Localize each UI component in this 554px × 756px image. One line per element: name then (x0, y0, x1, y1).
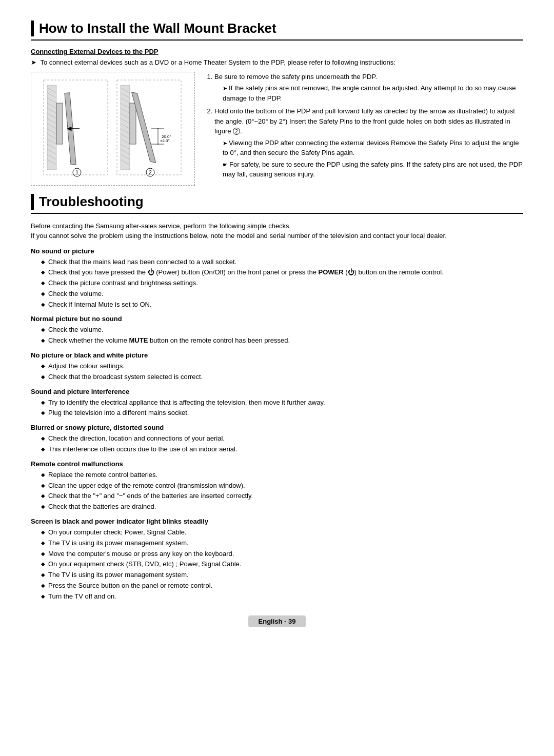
wall-mount-section: How to Install the Wall Mount Bracket Co… (31, 21, 523, 186)
troubleshooting-divider (31, 213, 523, 214)
trouble-sound-picture-interference: Sound and picture interference Try to id… (31, 388, 523, 419)
list-item: Check whether the volume MUTE button on … (41, 335, 523, 346)
list-item: The TV is using its power management sys… (41, 570, 523, 581)
normal-picture-no-sound-list: Check the volume. Check whether the volu… (31, 325, 523, 346)
step-2-note1: Viewing the PDP after connecting the ext… (214, 138, 523, 158)
list-item: Check that the mains lead has been conne… (41, 257, 523, 268)
sound-picture-interference-list: Try to identify the electrical appliance… (31, 397, 523, 419)
svg-text:±2.0°: ±2.0° (160, 138, 170, 143)
list-item: Try to identify the electrical appliance… (41, 397, 523, 408)
trouble-blurred-picture: Blurred or snowy picture, distorted soun… (31, 424, 523, 455)
list-item: Clean the upper edge of the remote contr… (41, 481, 523, 491)
list-item: Replace the remote control batteries. (41, 470, 523, 481)
screen-black-list: On your computer check; Power, Signal Ca… (31, 527, 523, 602)
trouble-title-sound-picture-interference: Sound and picture interference (31, 388, 523, 395)
list-item: Check that the broadcast system selected… (41, 372, 523, 383)
step-1: Be sure to remove the safety pins undern… (214, 72, 523, 104)
trouble-title-blurred-picture: Blurred or snowy picture, distorted soun… (31, 424, 523, 431)
trouble-title-screen-black: Screen is black and power indicator ligh… (31, 518, 523, 525)
trouble-no-picture-bw: No picture or black and white picture Ad… (31, 351, 523, 383)
list-item: On your equipment check (STB, DVD, etc) … (41, 559, 523, 570)
list-item: Check if Internal Mute is set to ON. (41, 300, 523, 310)
remote-control-list: Replace the remote control batteries. Cl… (31, 470, 523, 512)
wall-mount-title: How to Install the Wall Mount Bracket (31, 21, 523, 36)
diagram-svg: 1 (41, 77, 185, 180)
list-item: The TV is using its power management sys… (41, 538, 523, 549)
list-item: Turn the TV off and on. (41, 591, 523, 602)
step-2: Hold onto the bottom of the PDP and pull… (214, 106, 523, 180)
list-item: Check the picture contrast and brightnes… (41, 278, 523, 289)
list-item: Move the computer's mouse or press any k… (41, 549, 523, 560)
svg-text:2: 2 (149, 170, 152, 175)
troubleshooting-section: Troubleshooting Before contacting the Sa… (31, 194, 523, 602)
trouble-title-normal-picture-no-sound: Normal picture but no sound (31, 315, 523, 323)
blurred-picture-list: Check the direction, location and connec… (31, 433, 523, 455)
connecting-subsection-title: Connecting External Devices to the PDP (31, 48, 523, 55)
diagram-illustration: 1 (41, 77, 185, 180)
list-item: Check the direction, location and connec… (41, 433, 523, 444)
list-item: Check that the "+" and "−" ends of the b… (41, 491, 523, 502)
trouble-no-sound-picture: No sound or picture Check that the mains… (31, 247, 523, 310)
trouble-title-remote-control: Remote control malfunctions (31, 460, 523, 468)
list-item: Adjust the colour settings. (41, 361, 523, 372)
list-item: This interference often occurs due to th… (41, 444, 523, 455)
trouble-title-no-sound-picture: No sound or picture (31, 247, 523, 255)
svg-text:1: 1 (75, 170, 78, 175)
page-number-badge: English - 39 (248, 615, 306, 627)
list-item: Check that the batteries are drained. (41, 502, 523, 512)
trouble-normal-picture-no-sound: Normal picture but no sound Check the vo… (31, 315, 523, 346)
list-item: Check the volume. (41, 289, 523, 300)
no-picture-bw-list: Adjust the colour settings. Check that t… (31, 361, 523, 383)
svg-rect-39 (130, 103, 136, 144)
trouble-screen-black: Screen is black and power indicator ligh… (31, 518, 523, 602)
trouble-title-no-picture-bw: No picture or black and white picture (31, 351, 523, 359)
list-item: On your computer check; Power, Signal Ca… (41, 527, 523, 538)
no-sound-picture-list: Check that the mains lead has been conne… (31, 257, 523, 310)
wall-mount-content: 1 (31, 72, 523, 186)
wall-mount-divider (31, 39, 523, 41)
trouble-remote-control: Remote control malfunctions Replace the … (31, 460, 523, 512)
wall-mount-intro: ➤ To connect external devices such as a … (31, 57, 523, 68)
list-item: Press the Source button on the panel or … (41, 581, 523, 591)
wall-mount-diagram: 1 (31, 72, 195, 186)
svg-rect-17 (56, 103, 63, 144)
footer: English - 39 (31, 618, 523, 625)
troubleshoot-intro: Before contacting the Samsung after-sale… (31, 221, 523, 241)
troubleshooting-title: Troubleshooting (31, 194, 523, 210)
list-item: Plug the television into a different mai… (41, 408, 523, 419)
list-item: Check the volume. (41, 325, 523, 335)
step-1-note: If the safety pins are not removed, the … (214, 83, 523, 103)
wall-mount-instructions: Be sure to remove the safety pins undern… (205, 72, 523, 186)
step-2-note2: For safety, be sure to secure the PDP us… (214, 160, 523, 180)
list-item: Check that you have pressed the ⏻ (Power… (41, 267, 523, 278)
steps-list: Be sure to remove the safety pins undern… (205, 72, 523, 180)
